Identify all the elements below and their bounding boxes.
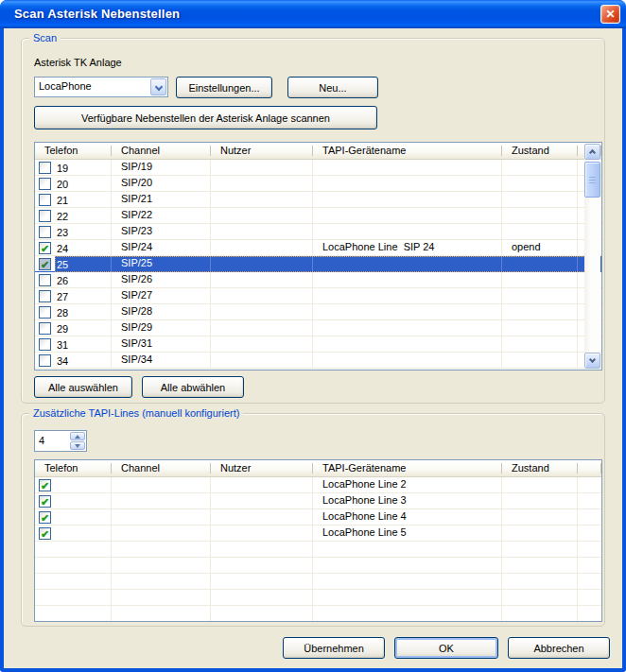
column-header-nutzer[interactable]: Nutzer [211,460,313,476]
column-header-nutzer[interactable]: Nutzer [211,143,313,159]
table-cell-filler [578,493,601,509]
table-row[interactable] [35,542,601,558]
table-cell [112,558,211,574]
row-checkbox-checked[interactable]: ✔ [39,258,51,270]
settings-button[interactable]: Einstellungen... [176,77,272,98]
spinner-up-button[interactable] [70,432,85,440]
table-row[interactable]: ✔LocaPhone Line 4 [35,509,601,526]
table-cell: SIP/21 [112,192,211,208]
table-cell [211,558,313,574]
table-cell [211,176,313,192]
table-cell [112,493,211,509]
table-cell [112,590,211,606]
table-row[interactable] [35,606,601,622]
table-row[interactable] [35,558,601,574]
row-checkbox[interactable] [39,322,51,335]
deselect-all-button[interactable]: Alle abwählen [142,376,244,398]
table-cell: 21 [35,192,112,208]
row-checkbox[interactable] [39,290,51,302]
column-header-telefon[interactable]: Telefon [35,143,112,159]
table-row[interactable]: 20SIP/20 [35,176,601,192]
column-header-zustand[interactable]: Zustand [502,460,578,476]
table-cell [211,256,313,272]
column-header-tapi-ger-tename[interactable]: TAPI-Gerätename [313,143,502,159]
cell-text: 19 [57,163,68,174]
table-row[interactable]: 23SIP/23 [35,224,601,240]
column-header-filler [578,460,601,476]
row-checkbox-checked[interactable]: ✔ [39,495,51,508]
table-row[interactable]: 26SIP/26 [35,272,601,288]
table-cell [502,477,578,493]
table-row[interactable]: 34SIP/34 [35,353,601,369]
row-checkbox-checked[interactable]: ✔ [39,511,51,524]
scroll-up-icon [589,149,596,156]
table-cell [313,256,502,272]
vertical-scrollbar[interactable] [584,144,600,369]
column-header-zustand[interactable]: Zustand [502,143,578,159]
table-cell [211,574,313,590]
column-header-channel[interactable]: Channel [112,460,211,476]
table-cell: SIP/22 [112,208,211,224]
title-bar[interactable]: Scan Asterisk Nebenstellen ✕ [0,0,626,28]
row-checkbox-checked[interactable]: ✔ [39,242,51,254]
table-row[interactable]: 22SIP/22 [35,208,601,224]
table-row[interactable]: 28SIP/28 [35,304,601,320]
row-checkbox[interactable] [39,162,51,174]
anlage-combobox[interactable]: LocaPhone [34,77,168,97]
table-cell: SIP/27 [112,288,211,304]
table-cell [502,288,578,304]
scan-extensions-button[interactable]: Verfügbare Nebenstellen der Asterisk Anl… [34,106,377,129]
table-cell [502,208,578,224]
dialog-window: Scan Asterisk Nebenstellen ✕ Scan Asteri… [0,0,626,672]
tapi-lines-count-spinner[interactable]: 4 [34,430,87,452]
table-row[interactable]: 19SIP/19 [35,160,601,176]
row-checkbox[interactable] [39,194,51,206]
row-checkbox[interactable] [39,210,51,222]
close-button[interactable]: ✕ [600,5,620,24]
table-cell: SIP/29 [112,320,211,336]
cancel-button[interactable]: Abbrechen [508,637,610,659]
row-checkbox[interactable] [39,354,51,367]
select-all-button[interactable]: Alle auswählen [34,376,132,398]
table-row[interactable]: ✔LocaPhone Line 2 [35,477,601,493]
column-header-telefon[interactable]: Telefon [35,460,112,476]
row-checkbox[interactable] [39,226,51,238]
scrollbar-up-button[interactable] [584,144,600,160]
chevron-down-icon [155,83,163,91]
table-row[interactable]: ✔LocaPhone Line 3 [35,493,601,509]
table-row[interactable]: ✔25SIP/25 [35,256,601,272]
table-cell [211,526,313,542]
table-row[interactable]: 21SIP/21 [35,192,601,208]
table-cell-filler [578,509,601,526]
table-row[interactable]: 31SIP/31 [35,336,601,353]
table-row[interactable] [35,590,601,606]
table-cell [211,160,313,176]
table-cell [502,192,578,208]
ok-button[interactable]: OK [394,637,498,659]
combobox-dropdown-button[interactable] [150,78,166,95]
row-checkbox[interactable] [39,306,51,319]
table-cell-filler [578,606,601,622]
row-checkbox-checked[interactable]: ✔ [39,479,51,491]
scrollbar-thumb[interactable] [584,162,600,198]
table-row[interactable] [35,574,601,590]
table-cell [211,272,313,288]
table-cell: 20 [35,176,112,192]
column-header-channel[interactable]: Channel [112,143,211,159]
column-header-tapi-ger-tename[interactable]: TAPI-Gerätename [313,460,502,476]
row-checkbox-checked[interactable]: ✔ [39,527,51,540]
row-checkbox[interactable] [39,338,51,351]
table-cell: 29 [35,320,112,336]
table-row[interactable]: ✔24SIP/24LocaPhone Line SIP 24opend [35,240,601,256]
spinner-down-button[interactable] [70,441,85,450]
table-row[interactable]: 29SIP/29 [35,320,601,336]
table-row[interactable]: 27SIP/27 [35,288,601,304]
row-checkbox[interactable] [39,178,51,190]
table-row[interactable]: ✔LocaPhone Line 5 [35,526,601,542]
scrollbar-down-button[interactable] [584,353,600,369]
apply-button[interactable]: Übernehmen [283,637,385,659]
row-checkbox[interactable] [39,274,51,286]
table-cell-filler [578,558,601,574]
table-cell: SIP/20 [112,176,211,192]
new-button[interactable]: Neu... [287,77,378,98]
